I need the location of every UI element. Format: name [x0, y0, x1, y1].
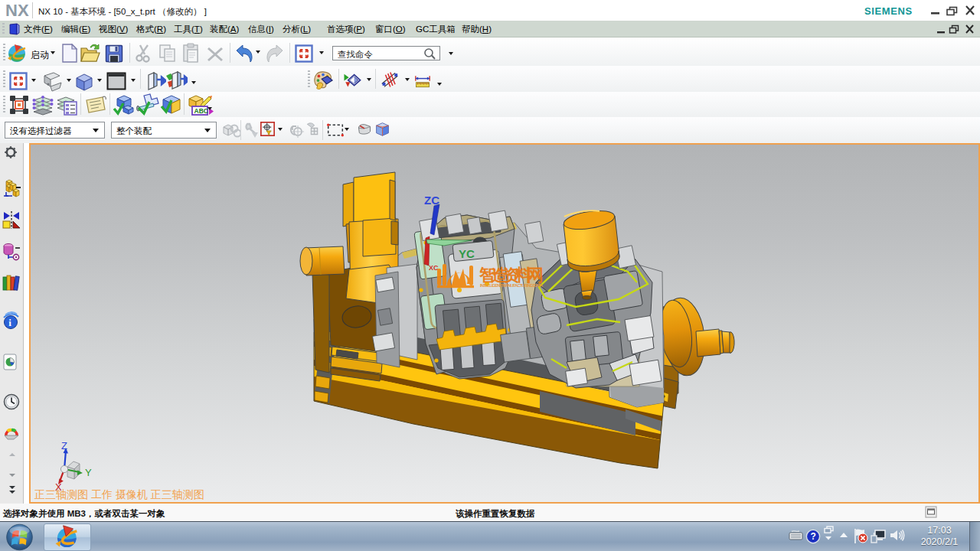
svg-text:Y: Y: [85, 467, 92, 478]
svg-text:YC: YC: [459, 247, 475, 260]
svg-text:智造资料网: 智造资料网: [479, 266, 544, 285]
svg-text:ZC: ZC: [424, 194, 439, 207]
svg-text:Z: Z: [61, 440, 67, 452]
svg-text:INTELLIGENT MANUFACTURING DATA: INTELLIGENT MANUFACTURING DATA: [480, 283, 544, 288]
svg-text:i: i: [8, 317, 11, 328]
svg-text:?: ?: [811, 531, 816, 542]
svg-text:ABC: ABC: [194, 107, 208, 115]
svg-text:正三轴测图 工作 摄像机 正三轴测图: 正三轴测图 工作 摄像机 正三轴测图: [34, 488, 204, 500]
